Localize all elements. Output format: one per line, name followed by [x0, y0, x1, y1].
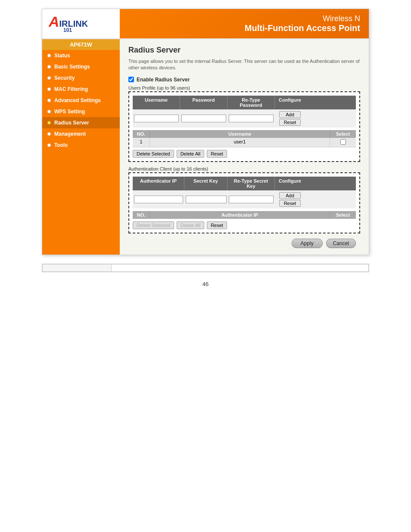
th-auth-configure: Configure: [275, 177, 305, 190]
th-secret-key: Secret Key: [184, 177, 227, 190]
users-row-select-checkbox[interactable]: [340, 139, 346, 145]
users-row-no: 1: [133, 138, 150, 147]
auth-configure-btns: Add Reset: [275, 192, 305, 207]
auth-action-buttons: Delete Selected Delete All Reset: [133, 221, 356, 229]
sidebar-label-tools: Tools: [54, 142, 68, 148]
dth-no: NO.: [133, 130, 150, 138]
users-data-row: 1 user1: [133, 138, 356, 147]
auth-input-header: Authenticator IP Secret Key Re-Type Secr…: [133, 177, 356, 190]
auth-ip-input[interactable]: [134, 196, 183, 203]
bottom-table: [42, 264, 369, 272]
advanced-settings-bullet: [47, 99, 51, 102]
users-list-header: NO. Username Select: [133, 130, 356, 138]
logo-a-icon: A: [49, 14, 59, 29]
sidebar-label-wps-setting: WPS Setting: [54, 109, 85, 115]
users-delete-selected-button[interactable]: Delete Selected: [133, 150, 174, 158]
sidebar-item-status[interactable]: Status: [42, 50, 120, 61]
resecret-input-cell: [227, 196, 275, 203]
sidebar-label-management: Management: [54, 131, 86, 137]
cancel-button[interactable]: Cancel: [326, 239, 356, 248]
sidebar-item-advanced-settings[interactable]: Advanced Settings: [42, 95, 120, 106]
username-input[interactable]: [134, 115, 179, 122]
management-bullet: [47, 132, 51, 136]
sidebar-item-security[interactable]: Security: [42, 72, 120, 84]
users-delete-all-button[interactable]: Delete All: [177, 150, 204, 158]
users-reset-button[interactable]: Reset: [279, 119, 301, 126]
dth-auth-ip-list: Authenticator IP: [150, 211, 330, 219]
sidebar-label-radius-server: Radius Server: [54, 120, 89, 126]
sidebar-label-status: Status: [54, 53, 70, 59]
bottom-table-row: [43, 264, 369, 271]
sidebar-label-security: Security: [54, 75, 75, 81]
username-input-cell: [133, 115, 180, 122]
th-password: Password: [180, 96, 227, 109]
th-resecret: Re-Type Secret Key: [227, 177, 275, 190]
sidebar-model: AP671W: [42, 39, 120, 50]
page-number: 46: [202, 281, 209, 287]
users-row-select-cell: [330, 138, 356, 147]
sidebar-item-wps-setting[interactable]: WPS Setting: [42, 106, 120, 117]
th-repassword: Re-Type Password: [227, 96, 275, 109]
sidebar-item-basic-settings[interactable]: Basic Settings: [42, 61, 120, 72]
repassword-input-cell: [227, 115, 275, 122]
auth-add-button[interactable]: Add: [279, 192, 301, 199]
users-row-username: user1: [150, 138, 330, 147]
resecret-input[interactable]: [229, 196, 274, 203]
secret-key-input[interactable]: [186, 196, 227, 203]
bottom-action-buttons: Apply Cancel: [128, 239, 360, 248]
bottom-table-wrapper: [42, 264, 369, 272]
dth-select: Select: [330, 130, 356, 138]
auth-delete-all-button[interactable]: Delete All: [177, 221, 204, 229]
users-profile-section: Username Password Re-Type Password Confi…: [128, 91, 360, 162]
auth-delete-selected-button[interactable]: Delete Selected: [133, 221, 174, 229]
repassword-input[interactable]: [229, 115, 274, 122]
sidebar-label-advanced-settings: Advanced Settings: [54, 97, 101, 103]
apply-button[interactable]: Apply: [292, 239, 323, 248]
password-input-cell: [180, 115, 227, 122]
sidebar-item-management[interactable]: Management: [42, 128, 120, 140]
wps-setting-bullet: [47, 110, 51, 113]
dth-auth-no: NO.: [133, 211, 150, 219]
product-line2: Multi-Function Access Point: [128, 23, 360, 33]
sidebar-label-mac-filtering: MAC Filtering: [54, 86, 88, 92]
auth-reset-button[interactable]: Reset: [279, 200, 301, 207]
content-area: Radius Server This page allows you to se…: [120, 39, 369, 255]
sidebar-item-radius-server[interactable]: Radius Server: [42, 117, 120, 128]
logo-101: 101: [63, 27, 72, 33]
password-input[interactable]: [181, 115, 227, 122]
users-reset-list-button[interactable]: Reset: [207, 150, 227, 158]
radius-server-bullet: [47, 121, 51, 124]
users-action-buttons: Delete Selected Delete All Reset: [133, 150, 356, 158]
sidebar-item-mac-filtering[interactable]: MAC Filtering: [42, 84, 120, 95]
product-line1: Wireless N: [128, 14, 360, 23]
th-username: Username: [133, 96, 180, 109]
users-profile-label: Users Profile (up to 96 users): [128, 85, 360, 90]
page-description: This page allows you to set the internal…: [128, 58, 360, 72]
bottom-table-cell2: [112, 264, 369, 271]
dth-username: Username: [150, 130, 330, 138]
enable-radius-label: Enable Radius Server: [137, 77, 190, 83]
users-input-header: Username Password Re-Type Password Confi…: [133, 96, 356, 109]
enable-radius-checkbox[interactable]: [128, 77, 134, 82]
tools-bullet: [47, 143, 51, 147]
auth-list-header: NO. Authenticator IP Select: [133, 211, 356, 219]
header-banner: Wireless N Multi-Function Access Point: [120, 9, 369, 38]
auth-reset-list-button[interactable]: Reset: [207, 221, 227, 229]
status-bullet: [47, 54, 51, 57]
logo-area: A IRLINK 101: [42, 10, 120, 37]
enable-radius-row: Enable Radius Server: [128, 77, 360, 83]
auth-ip-input-cell: [133, 196, 184, 203]
header: A IRLINK 101 Wireless N Multi-Function A…: [42, 9, 369, 39]
auth-section-label: Authentication Client (up to 16 clients): [128, 166, 360, 171]
auth-client-section: Authenticator IP Secret Key Re-Type Secr…: [128, 172, 360, 233]
secret-key-input-cell: [184, 196, 227, 203]
mac-filtering-bullet: [47, 87, 51, 91]
sidebar-item-tools[interactable]: Tools: [42, 140, 120, 151]
security-bullet: [47, 76, 51, 80]
dth-auth-select: Select: [330, 211, 356, 219]
basic-settings-bullet: [47, 65, 51, 68]
users-add-button[interactable]: Add: [279, 111, 301, 118]
th-auth-ip: Authenticator IP: [133, 177, 184, 190]
sidebar-label-basic-settings: Basic Settings: [54, 64, 90, 70]
users-configure-btns: Add Reset: [275, 111, 305, 126]
